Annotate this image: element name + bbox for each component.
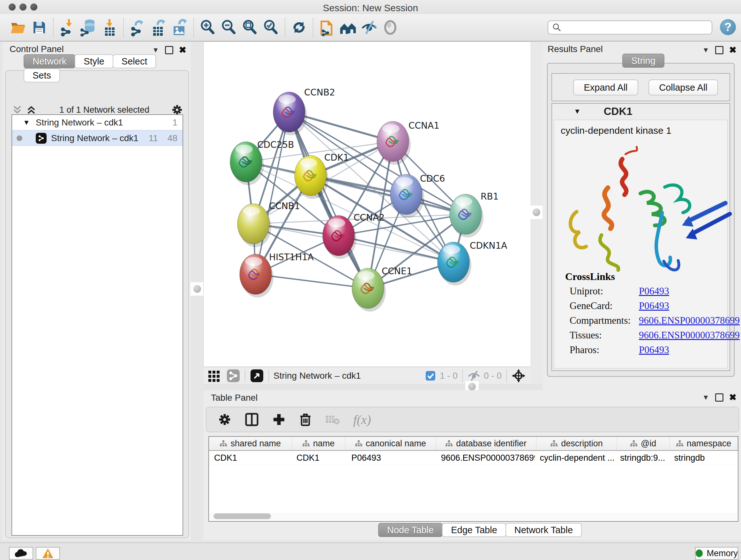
crosslink-link[interactable]: P06493 <box>639 300 669 312</box>
table-cell[interactable]: stringdb:9... <box>615 451 669 465</box>
save-session-button[interactable] <box>29 17 49 38</box>
column-header-name[interactable]: name <box>292 437 346 450</box>
crosslinks-title: CrossLinks <box>565 271 615 283</box>
table-cell[interactable]: P06493 <box>346 451 436 465</box>
left-splitter-handle[interactable] <box>191 282 204 296</box>
export-image-button[interactable] <box>170 17 190 38</box>
right-splitter-handle[interactable] <box>530 206 543 219</box>
tab-string[interactable]: String <box>622 54 664 68</box>
network-row[interactable]: String Network – cdk1 11 48 <box>12 130 183 146</box>
table-cell[interactable]: 9606.ENSP00000378699 <box>436 451 535 465</box>
zoom-fit-button[interactable] <box>240 17 260 38</box>
new-network-from-selection-button[interactable] <box>317 17 337 38</box>
crosslink-link[interactable]: 9606.ENSP00000378699 <box>639 315 740 326</box>
tab-network[interactable]: Network <box>23 54 75 68</box>
results-panel-float-icon[interactable] <box>715 46 724 54</box>
network-node-CDC6[interactable]: CDC6 <box>390 173 445 218</box>
first-neighbors-button[interactable] <box>338 17 358 38</box>
table-settings-gear-icon[interactable] <box>218 413 231 426</box>
crosslink-link[interactable]: P06493 <box>639 286 669 297</box>
help-button[interactable]: ? <box>720 19 736 35</box>
show-columns-icon[interactable] <box>245 413 259 427</box>
hide-selection-button[interactable] <box>359 17 379 38</box>
table-tab-network-table[interactable]: Network Table <box>506 523 582 537</box>
control-panel-menu-icon[interactable]: ▼ <box>152 46 159 54</box>
table-panel-close-icon[interactable]: ✖ <box>729 392 737 402</box>
collapse-all-button[interactable]: Collapse All <box>649 79 718 96</box>
network-node-CCNA2[interactable]: CCNA2 <box>323 212 385 259</box>
entry-collapse-icon[interactable]: ▼ <box>574 107 581 116</box>
import-network-file-button[interactable] <box>57 17 77 38</box>
table-row[interactable]: CDK1CDK1P064939606.ENSP00000378699cyclin… <box>209 451 738 465</box>
table-panel-menu-icon[interactable]: ▼ <box>702 393 710 401</box>
table-panel-float-icon[interactable] <box>715 393 724 401</box>
network-node-CDK1[interactable]: CDK1 <box>294 152 349 199</box>
delete-column-icon[interactable] <box>299 413 312 427</box>
table-cell[interactable]: stringdb <box>669 451 738 465</box>
warnings-button[interactable] <box>36 547 60 560</box>
network-node-CCNB1[interactable]: CCNB1 <box>238 201 300 247</box>
pan-crosshair-icon[interactable] <box>511 368 526 383</box>
export-network-button[interactable] <box>128 17 147 38</box>
add-column-icon[interactable] <box>272 413 286 426</box>
network-node-HIST1H1A[interactable]: HIST1H1A <box>240 252 314 298</box>
search-input[interactable] <box>562 22 712 33</box>
network-collection-row[interactable]: ▼ String Network – cdk1 1 <box>12 115 183 130</box>
collapse-all-networks-icon[interactable] <box>26 105 38 115</box>
tab-sets[interactable]: Sets <box>23 68 60 82</box>
import-network-database-button[interactable] <box>78 17 98 38</box>
table-panel: Table Panel ▼ ✖ f(x) shared namenamec <box>203 390 741 540</box>
memory-button[interactable]: Memory <box>695 547 738 560</box>
table-horizontal-scrollbar[interactable] <box>210 513 737 520</box>
network-canvas[interactable]: CCNB2CCNA1CDC25BCDK1CDC6RB1CCNB1CCNA2CDK… <box>203 42 531 367</box>
results-panel-menu-icon[interactable]: ▼ <box>702 46 710 54</box>
zoom-out-button[interactable] <box>219 17 239 38</box>
tab-style[interactable]: Style <box>75 54 113 68</box>
export-view-icon[interactable] <box>250 369 264 383</box>
show-all-button[interactable] <box>381 17 400 38</box>
zoom-fit-icon <box>241 19 259 36</box>
zoom-in-button[interactable] <box>198 17 218 38</box>
expand-all-button[interactable]: Expand All <box>573 79 638 96</box>
column-header--id[interactable]: @id <box>617 437 670 450</box>
results-panel-close-icon[interactable]: ✖ <box>729 45 737 55</box>
collection-expand-icon[interactable]: ▼ <box>23 118 30 127</box>
export-table-button[interactable] <box>149 17 169 38</box>
table-tab-node-table[interactable]: Node Table <box>378 523 443 537</box>
cloud-button[interactable] <box>9 547 33 560</box>
crosslink-link[interactable]: 9606.ENSP00000378699 <box>639 329 740 341</box>
search-field[interactable] <box>548 20 712 35</box>
zoom-selected-button[interactable] <box>261 17 281 38</box>
hidden-eye-slash-icon[interactable] <box>467 370 481 381</box>
network-node-RB1[interactable]: RB1 <box>450 191 498 238</box>
crosslink-link[interactable]: P06493 <box>639 344 669 356</box>
network-node-CCNE1[interactable]: CCNE1 <box>352 266 412 312</box>
column-header-canonical-name[interactable]: canonical name <box>345 437 436 450</box>
control-panel-float-icon[interactable] <box>165 46 173 54</box>
birds-eye-grid-icon[interactable] <box>208 369 220 382</box>
network-node-CCNA1[interactable]: CCNA1 <box>377 120 440 165</box>
zoom-out-icon <box>220 19 238 36</box>
network-node-CDC25B[interactable]: CDC25B <box>230 139 294 185</box>
network-node-CCNB2[interactable]: CCNB2 <box>273 87 335 135</box>
table-cell[interactable]: CDK1 <box>291 451 346 465</box>
network-node-CDKN1A[interactable]: CDKN1A <box>437 240 507 286</box>
import-table-file-button[interactable] <box>99 17 119 38</box>
table-tab-edge-table[interactable]: Edge Table <box>442 523 506 537</box>
open-session-button[interactable] <box>8 17 28 38</box>
network-list: ▼ String Network – cdk1 1 String Network… <box>11 114 183 536</box>
scrollbar-thumb[interactable] <box>213 513 271 519</box>
column-header-namespace[interactable]: namespace <box>670 437 738 450</box>
string-style-icon[interactable] <box>226 369 240 383</box>
network-edge[interactable] <box>256 112 289 274</box>
control-panel-close-icon[interactable]: ✖ <box>179 45 186 55</box>
apply-layout-button[interactable] <box>289 17 309 38</box>
column-header-description[interactable]: description <box>536 437 617 450</box>
selected-checkbox-icon[interactable] <box>425 370 436 381</box>
tab-select[interactable]: Select <box>113 54 156 68</box>
column-header-database-identifier[interactable]: database identifier <box>436 437 536 450</box>
expand-all-networks-icon[interactable] <box>12 105 23 115</box>
table-cell[interactable]: cyclin-dependent ... <box>535 451 615 465</box>
column-header-shared-name[interactable]: shared name <box>209 437 292 450</box>
table-cell[interactable]: CDK1 <box>209 451 291 465</box>
